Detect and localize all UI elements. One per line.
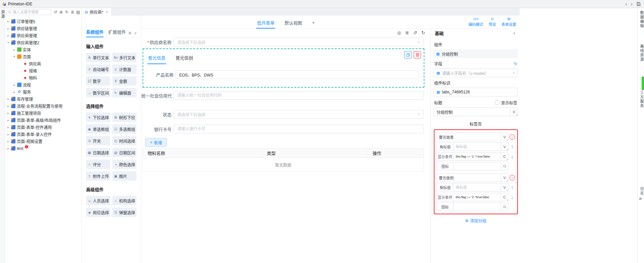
group-name-type-button[interactable]: V [501,173,508,182]
tree-item[interactable]: ▸页面-视图设置 [5,138,81,145]
palette-item-text-multi[interactable]: A≡多行文本 [112,53,137,62]
component-id-input[interactable] [442,90,515,94]
back-icon[interactable]: ‹ [626,2,627,6]
group-name-input[interactable] [439,176,499,180]
expand-arrow-icon[interactable]: ▸ [7,147,10,150]
right-rail-item-1[interactable]: 数据编辑 [639,11,644,28]
tree-item[interactable]: ▸页面-表单-控件通用 [5,124,81,131]
editor-tab-supplier[interactable]: ▤ 供应商* × [82,8,112,15]
status-select[interactable]: 请选择下拉选择 ∨ [174,110,424,119]
palette-item-select[interactable]: ▾下拉选择 [86,113,110,122]
remove-group-button[interactable]: − [509,134,515,140]
refresh-icon[interactable]: ↻ [65,10,69,14]
palette-item-text-single[interactable]: A单行文本 [86,53,110,62]
field-status[interactable]: 状态 请选择下拉选择 ∨ [141,110,424,119]
right-rail-item-2[interactable]: 离线资源 [639,44,644,62]
tree-item[interactable]: ▸供应链管理 [5,25,81,32]
tabs-component-selected[interactable]: 普元信息普元信创 产品名称 [143,48,424,88]
history-icon[interactable]: ↺ [53,10,58,14]
add-group-button[interactable]: ⊕ 添加分组 [433,218,518,223]
show-label-checkbox[interactable] [495,100,499,105]
palette-item-counter[interactable]: ±计数器 [112,64,137,74]
undo-icon[interactable]: ↺ [413,30,417,35]
device-icon[interactable]: ◎ [397,30,401,35]
expand-arrow-icon[interactable]: ▸ [7,41,10,44]
preview-button[interactable]: ⊙预览 [489,17,496,27]
expand-arrow-icon[interactable]: ▸ [13,48,16,51]
palette-item-time-picker[interactable]: ◷时间选择 [112,136,137,145]
view-tab-2[interactable]: 默认视图 [284,16,303,29]
tree-item[interactable]: ▸订单管理5 [5,18,81,25]
tree-item[interactable]: ▸施工管理项目 [5,109,81,117]
palette-item-rate[interactable]: ☆评分 [86,160,110,169]
add-view-button[interactable]: + [311,17,315,28]
field-bank-card[interactable]: 银行卡号 [141,125,424,133]
badge-value-input[interactable] [456,185,499,189]
bank-card-input[interactable] [177,127,420,131]
expand-arrow-icon[interactable]: ▸ [7,133,10,136]
palette-item-editor[interactable]: ✎编辑器 [112,88,137,97]
expand-arrow-icon[interactable]: ▸ [7,97,10,101]
expand-arrow-icon[interactable]: ▸ [7,104,10,108]
tree-item[interactable]: ▸⚙服务 [5,88,81,95]
expand-arrow-icon[interactable]: ▸ [7,34,10,37]
explorer-search-input[interactable] [13,10,49,14]
copy-component-button[interactable] [404,51,412,58]
field-credit-code[interactable]: 统一社会信用代 [141,91,424,100]
supplier-name-select[interactable]: 请选择下拉选择 ∨ [174,38,424,46]
tree-item[interactable]: 规格 [5,67,81,74]
tree-item[interactable]: ▸页面-表单-高级/布局组件 [5,117,81,124]
expand-arrow-icon[interactable]: ▸ [7,119,10,122]
condition-type-button[interactable]: C [501,193,508,201]
move-up-button[interactable]: ↑ [511,184,514,190]
expand-arrow-icon[interactable]: ▸ [7,27,10,30]
palette-tab-2[interactable]: 扩展组件 [108,29,126,37]
palette-item-org-select[interactable]: ⌂机构选择 [112,196,137,205]
icon-input[interactable] [456,205,499,209]
component-id-field[interactable]: ▦ [433,88,518,96]
product-name-input[interactable] [179,72,415,77]
tree-item[interactable]: ▸库存管理 [5,95,81,102]
explorer-search[interactable] [6,9,51,15]
expand-arrow-icon[interactable]: ▸ [7,20,10,23]
refresh-field-icon[interactable]: ↻ [514,61,517,66]
expand-arrow-icon[interactable]: ▸ [13,55,16,58]
redo-icon[interactable]: ↻ [421,30,425,35]
palette-item-switch[interactable]: ⊙开关 [86,136,110,145]
close-tab-icon[interactable]: × [106,9,108,14]
collapse-all-icon[interactable]: ≣ [70,10,75,14]
palette-tab-1[interactable]: 系统组件 [86,29,104,37]
palette-item-color-picker[interactable]: ◑颜色选择 [112,160,137,169]
group-name-input[interactable] [439,135,499,139]
save-icon[interactable] [637,2,641,6]
remove-group-button[interactable]: − [509,175,515,180]
move-down-button[interactable]: ↓ [511,154,514,159]
view-tab-1[interactable]: 低开表单 [256,16,275,29]
expand-arrow-icon[interactable]: ▸ [7,112,10,115]
field-supplier-name[interactable]: *供应商名称 请选择下拉选择 ∨ [141,38,424,46]
add-row-button[interactable]: + 新增 [145,138,167,147]
expand-arrow-icon[interactable]: ▸ [7,140,10,143]
condition-input[interactable] [456,195,499,199]
palette-item-tree-select[interactable]: ⊞树形下拉 [112,113,137,122]
tree-item[interactable]: 供应商 [5,60,81,67]
tree-item[interactable]: ▸供应商管理2 [5,39,81,46]
palette-item-upload[interactable]: ⇧附件上传 [86,171,110,181]
expand-arrow-icon[interactable]: ▸ [13,90,16,94]
palette-item-number[interactable]: 12数字 [86,76,110,86]
locate-icon[interactable]: ⊕ [59,10,63,14]
palette-item-date-range[interactable]: ▤日期区间 [112,148,137,157]
palette-item-person-select[interactable]: ☺人员选择 [86,196,110,205]
form-settings-button[interactable]: ⊞表单设置 [501,17,516,27]
badge-type-button[interactable]: V [501,142,508,151]
tree-item[interactable]: ▸实体 [5,46,81,53]
group-name-type-button[interactable]: V [501,133,508,141]
palette-item-checkbox-group[interactable]: ☑多选框组 [112,124,137,134]
right-rail-item-3[interactable]: 三方服务 [639,91,644,108]
palette-item-auto-number[interactable]: #自动编号 [86,64,110,74]
tree-item[interactable]: ▸页面-表单-录入控件 [5,131,81,138]
tree-item[interactable]: ▸流程 [5,81,81,88]
component-tab-1[interactable]: 普元信息 [147,52,166,64]
title-value-type-button[interactable]: V [510,107,518,116]
badge-value-input[interactable] [456,145,499,149]
